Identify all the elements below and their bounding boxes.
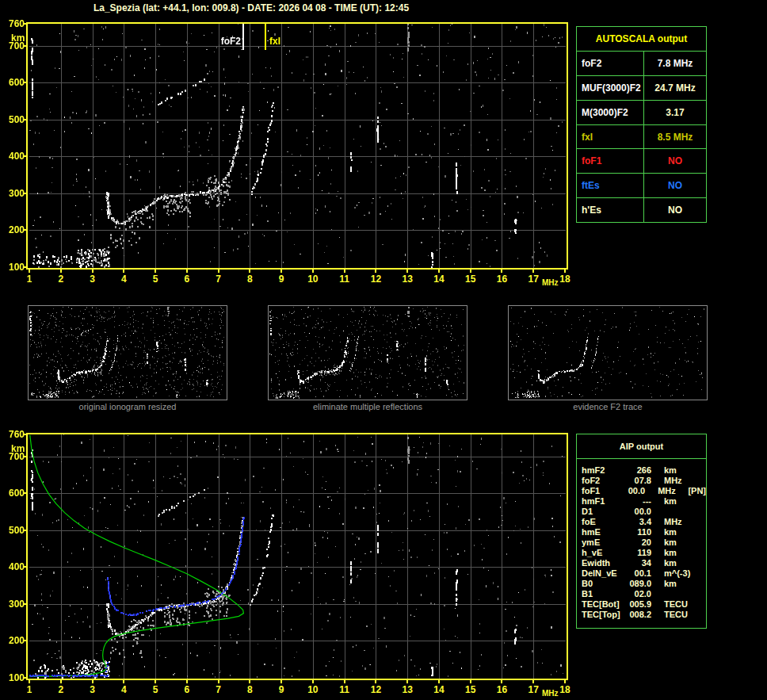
x-axis-tick-label: 3 xyxy=(84,684,101,695)
x-axis-tick-label: 16 xyxy=(493,273,510,285)
aip-row-param: B0 xyxy=(582,579,624,589)
aip-row-value: 07.8 xyxy=(624,476,651,486)
aip-row-param: D1 xyxy=(582,507,624,517)
aip-row-value: 110 xyxy=(624,527,651,537)
x-axis-tick-label: 10 xyxy=(304,684,322,695)
thumbnail-caption-eliminate: eliminate multiple reflections xyxy=(268,402,467,411)
autoscala-row-value: NO xyxy=(644,198,706,222)
x-axis-tick-label: 15 xyxy=(462,273,479,285)
aip-row-hmF1: hmF1---km xyxy=(577,496,706,507)
y-axis-tick-label: 500 xyxy=(0,525,25,536)
aip-row-value: 119 xyxy=(624,548,651,558)
aip-row-param: B1 xyxy=(582,589,624,599)
aip-row-unit xyxy=(664,507,697,517)
x-axis-tick-label: 12 xyxy=(367,684,384,695)
aip-row-value: 3.4 xyxy=(624,517,651,527)
autoscala-output-table: AUTOSCALA output foF27.8 MHzMUF(3000)F22… xyxy=(576,26,707,223)
y-axis-tick-label: 100 xyxy=(0,672,25,683)
aip-row-extra: [PN] xyxy=(688,486,706,496)
aip-table-rows: hmF2266kmfoF207.8MHzfoF100.0MHz[PN]hmF1-… xyxy=(577,459,706,620)
x-axis-tick-label: 2 xyxy=(52,273,70,285)
x-axis-unit-label: MHz xyxy=(542,689,559,698)
x-axis-tick-label: 17 xyxy=(525,684,542,695)
aip-output-table: AIP output hmF2266kmfoF207.8MHzfoF100.0M… xyxy=(576,434,707,629)
x-axis-unit-label: MHz xyxy=(542,278,559,287)
autoscala-row-label: fxI xyxy=(577,125,644,149)
aip-row-unit: km xyxy=(664,527,697,537)
aip-row-hvE: h_vE119km xyxy=(577,548,706,558)
aip-row-param: TEC[Bot] xyxy=(582,599,624,610)
autoscala-row-value: 3.17 xyxy=(644,101,706,124)
autoscala-row-foF1: foF1NO xyxy=(577,148,706,173)
x-axis-tick-label: 6 xyxy=(178,684,196,695)
aip-row-unit: MHz xyxy=(658,486,688,496)
x-axis-tick-label: 8 xyxy=(241,273,258,285)
aip-row-unit: TECU xyxy=(664,610,697,620)
y-axis-tick-label: 200 xyxy=(0,224,25,235)
x-axis-tick-label: 1 xyxy=(21,273,38,285)
x-axis-tick-label: 11 xyxy=(336,684,353,695)
aip-row-B0: B0089.0km xyxy=(577,579,706,589)
aip-row-unit: km xyxy=(664,579,697,589)
autoscala-row-label: foF2 xyxy=(577,52,644,75)
aip-row-param: h_vE xyxy=(582,548,624,558)
aip-row-hmE: hmE110km xyxy=(577,527,706,537)
aip-row-param: TEC[Top] xyxy=(582,610,624,620)
y-axis-unit-label: km xyxy=(11,443,29,454)
main-ionogram-plot xyxy=(23,21,570,273)
x-axis-tick-label: 11 xyxy=(336,273,353,285)
aip-row-value: 20 xyxy=(624,537,651,548)
y-axis-tick-label: 100 xyxy=(0,262,25,273)
x-axis-tick-label: 14 xyxy=(430,684,448,695)
aip-row-Ewidth: Ewidth34km xyxy=(577,558,706,568)
x-axis-tick-label: 4 xyxy=(115,684,132,695)
autoscala-row-hEs: h'EsNO xyxy=(577,197,706,222)
aip-row-unit: km xyxy=(664,537,697,548)
y-axis-unit-label: km xyxy=(11,33,29,44)
fof2-marker-label: foF2 xyxy=(211,36,241,47)
aip-row-param: hmF1 xyxy=(582,496,624,507)
autoscala-row-value: NO xyxy=(644,174,706,197)
autoscala-row-MUF3000F2: MUF(3000)F224.7 MHz xyxy=(577,75,706,100)
autoscala-row-M3000F2: M(3000)F23.17 xyxy=(577,100,706,124)
aip-row-ymE: ymE20km xyxy=(577,537,706,548)
thumbnail-evidence-f2-trace xyxy=(508,305,708,400)
thumbnail-caption-original: original ionogram resized xyxy=(28,402,227,411)
x-axis-tick-label: 2 xyxy=(52,684,70,695)
autoscala-row-foF2: foF27.8 MHz xyxy=(577,51,706,75)
autoscala-row-fxI: fxI8.5 MHz xyxy=(577,124,706,149)
autoscala-application-window: La_Spezia (lat: +44.1, lon: 009.8) - DAT… xyxy=(0,0,767,700)
aip-row-D1: D100.0 xyxy=(577,507,706,517)
x-axis-tick-label: 9 xyxy=(273,273,290,285)
aip-row-param: ymE xyxy=(582,537,624,548)
x-axis-tick-label: 18 xyxy=(556,684,574,695)
x-axis-tick-label: 18 xyxy=(556,273,574,285)
aip-row-unit: MHz xyxy=(664,476,697,486)
x-axis-tick-label: 4 xyxy=(115,273,132,285)
autoscala-row-label: foF1 xyxy=(577,149,644,173)
x-axis-tick-label: 3 xyxy=(84,273,101,285)
autoscala-row-value: 8.5 MHz xyxy=(644,125,706,149)
aip-row-B1: B102.0 xyxy=(577,589,706,599)
aip-row-foF2: foF207.8MHz xyxy=(577,476,706,486)
x-axis-tick-label: 14 xyxy=(430,273,448,285)
aip-row-unit: km xyxy=(664,465,697,476)
y-axis-tick-label: 600 xyxy=(0,488,25,499)
x-axis-tick-label: 5 xyxy=(147,273,164,285)
aip-row-TECBot: TEC[Bot]005.9TECU xyxy=(577,599,706,610)
autoscala-row-value: NO xyxy=(644,149,706,173)
x-axis-tick-label: 10 xyxy=(304,273,322,285)
y-axis-tick-label: 200 xyxy=(0,635,25,646)
autoscala-table-header: AUTOSCALA output xyxy=(577,27,706,51)
aip-row-param: foF1 xyxy=(582,486,620,496)
x-axis-tick-label: 7 xyxy=(210,273,227,285)
aip-row-foF1: foF100.0MHz[PN] xyxy=(577,486,706,496)
aip-row-param: DelN_vE xyxy=(582,568,624,579)
x-axis-tick-label: 5 xyxy=(147,684,164,695)
x-axis-tick-label: 9 xyxy=(273,684,290,695)
y-axis-tick-label: 400 xyxy=(0,151,25,162)
x-axis-tick-label: 13 xyxy=(399,684,416,695)
x-axis-tick-label: 15 xyxy=(462,684,479,695)
aip-row-unit: TECU xyxy=(664,599,697,610)
autoscala-row-ftEs: ftEsNO xyxy=(577,173,706,197)
